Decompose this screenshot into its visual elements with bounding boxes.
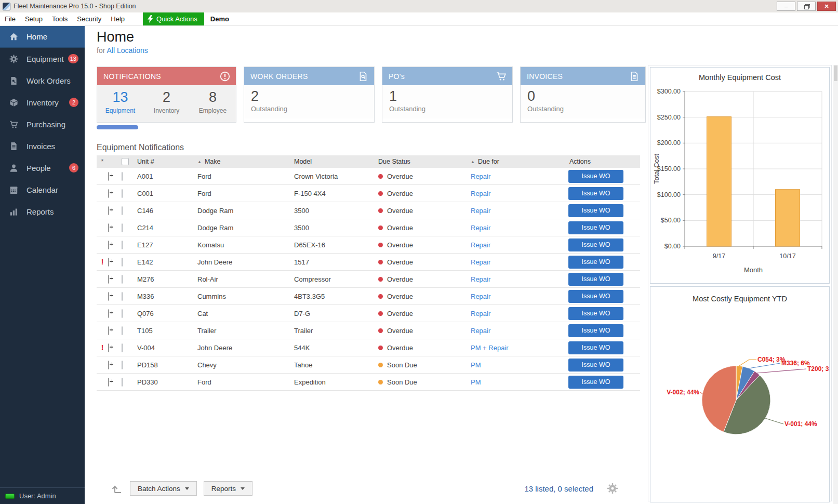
table-row[interactable]: C214Dodge Ram3500OverdueRepairIssue WO <box>97 219 640 236</box>
issue-wo-button[interactable]: Issue WO <box>568 341 623 354</box>
reports-button[interactable]: Reports <box>204 481 252 496</box>
menu-item-setup[interactable]: Setup <box>20 15 47 23</box>
issue-wo-button[interactable]: Issue WO <box>568 256 623 269</box>
menu-item-demo[interactable]: Demo <box>204 12 235 25</box>
notif-stat-employee[interactable]: 8Employee <box>190 85 236 122</box>
row-checkbox[interactable] <box>122 172 123 181</box>
issue-wo-button[interactable]: Issue WO <box>568 221 623 234</box>
sidebar-item-work-orders[interactable]: Work Orders <box>0 70 85 91</box>
due-for-link[interactable]: Repair <box>471 241 490 249</box>
notif-stat-equipment[interactable]: 13Equipment <box>97 85 143 122</box>
row-checkbox[interactable] <box>122 275 123 284</box>
table-row[interactable]: PD158ChevyTahoeSoon DuePMIssue WO <box>97 356 640 374</box>
due-for-link[interactable]: Repair <box>471 190 490 197</box>
menu-item-security[interactable]: Security <box>72 15 106 23</box>
issue-wo-button[interactable]: Issue WO <box>568 324 623 337</box>
due-for-link[interactable]: Repair <box>471 293 490 300</box>
column-header-model[interactable]: Model <box>294 158 378 165</box>
column-header-unit[interactable]: Unit # <box>137 158 197 165</box>
table-row[interactable]: Q076CatD7-GOverdueRepairIssue WO <box>97 305 640 322</box>
due-for-link[interactable]: PM + Repair <box>471 344 509 352</box>
sidebar-item-calendar[interactable]: Calendar <box>0 179 85 201</box>
row-checkbox[interactable] <box>122 223 123 232</box>
work-orders-card[interactable]: WORK ORDERS 2 Outstanding <box>244 67 375 123</box>
table-row[interactable]: PD330FordExpeditionSoon DuePMIssue WO <box>97 374 640 391</box>
due-for-link[interactable]: Repair <box>471 207 490 215</box>
table-row[interactable]: M336Cummins4BT3.3G5OverdueRepairIssue WO <box>97 288 640 305</box>
quick-actions-button[interactable]: Quick Actions <box>143 12 204 25</box>
expand-row-icon[interactable] <box>108 361 109 369</box>
expand-row-icon[interactable] <box>108 189 109 198</box>
minimize-button[interactable]: – <box>777 2 795 11</box>
sidebar-item-home[interactable]: Home <box>0 26 85 48</box>
table-row[interactable]: !E142John Deere1517OverdueRepairIssue WO <box>97 254 640 271</box>
row-checkbox[interactable] <box>122 258 123 267</box>
all-locations-link[interactable]: All Locations <box>107 46 148 55</box>
row-checkbox[interactable] <box>122 241 123 249</box>
issue-wo-button[interactable]: Issue WO <box>568 359 623 372</box>
column-header-due-status[interactable]: Due Status <box>378 158 471 165</box>
expand-row-icon[interactable] <box>108 172 109 181</box>
row-checkbox[interactable] <box>122 309 123 318</box>
row-checkbox[interactable] <box>122 292 123 301</box>
vertical-scrollbar[interactable] <box>833 65 838 504</box>
sidebar-item-inventory[interactable]: Inventory2 <box>0 91 85 113</box>
expand-row-icon[interactable] <box>108 343 109 352</box>
menu-item-file[interactable]: File <box>0 15 20 23</box>
issue-wo-button[interactable]: Issue WO <box>568 204 623 217</box>
issue-wo-button[interactable]: Issue WO <box>568 187 623 200</box>
sidebar-item-people[interactable]: People6 <box>0 157 85 179</box>
scrollbar-thumb[interactable] <box>834 65 837 81</box>
batch-actions-button[interactable]: Batch Actions <box>130 481 197 496</box>
row-checkbox[interactable] <box>122 189 123 198</box>
issue-wo-button[interactable]: Issue WO <box>568 273 623 286</box>
table-row[interactable]: C146Dodge Ram3500OverdueRepairIssue WO <box>97 202 640 219</box>
sidebar-item-equipment[interactable]: Equipment13 <box>0 48 85 70</box>
sidebar-item-purchasing[interactable]: Purchasing <box>0 113 85 135</box>
issue-wo-button[interactable]: Issue WO <box>568 238 623 251</box>
menu-item-tools[interactable]: Tools <box>47 15 72 23</box>
due-for-link[interactable]: Repair <box>471 275 490 283</box>
table-row[interactable]: A001FordCrown VictoriaOverdueRepairIssue… <box>97 168 640 185</box>
close-button[interactable]: ✕ <box>817 2 836 11</box>
due-for-link[interactable]: Repair <box>471 327 490 335</box>
table-row[interactable]: T105TrailerTrailerOverdueRepairIssue WO <box>97 322 640 339</box>
issue-wo-button[interactable]: Issue WO <box>568 290 623 303</box>
due-for-link[interactable]: Repair <box>471 258 490 266</box>
row-checkbox[interactable] <box>122 343 123 352</box>
column-header-make[interactable]: ▲Make <box>197 158 294 165</box>
expand-row-icon[interactable] <box>108 258 109 267</box>
settings-gear-icon[interactable] <box>607 483 618 494</box>
sidebar-item-invoices[interactable]: Invoices <box>0 135 85 157</box>
expand-row-icon[interactable] <box>108 292 109 301</box>
issue-wo-button[interactable]: Issue WO <box>568 376 623 389</box>
row-checkbox[interactable] <box>122 206 123 215</box>
expand-row-icon[interactable] <box>108 241 109 249</box>
due-for-link[interactable]: PM <box>471 361 481 369</box>
menu-item-help[interactable]: Help <box>106 15 129 23</box>
expand-row-icon[interactable] <box>108 206 109 215</box>
notif-stat-inventory[interactable]: 2Inventory <box>143 85 190 122</box>
table-row[interactable]: E127KomatsuD65EX-16OverdueRepairIssue WO <box>97 236 640 254</box>
due-for-link[interactable]: PM <box>471 378 481 386</box>
table-row[interactable]: !V-004John Deere544KOverduePM + RepairIs… <box>97 339 640 356</box>
table-row[interactable]: C001FordF-150 4X4OverdueRepairIssue WO <box>97 185 640 202</box>
notifications-card[interactable]: NOTIFICATIONS 13Equipment2Inventory8Empl… <box>97 67 236 123</box>
table-row[interactable]: M276Rol-AirCompressorOverdueRepairIssue … <box>97 271 640 288</box>
expand-row-icon[interactable] <box>108 378 109 387</box>
pos-card[interactable]: PO's 1 Outstanding <box>382 67 513 123</box>
due-for-link[interactable]: Repair <box>471 224 490 232</box>
row-checkbox[interactable] <box>122 326 123 335</box>
due-for-link[interactable]: Repair <box>471 173 490 180</box>
row-checkbox[interactable] <box>122 361 123 369</box>
issue-wo-button[interactable]: Issue WO <box>568 170 623 183</box>
expand-row-icon[interactable] <box>108 309 109 318</box>
expand-row-icon[interactable] <box>108 326 109 335</box>
row-checkbox[interactable] <box>122 378 123 387</box>
expand-row-icon[interactable] <box>108 275 109 284</box>
expand-row-icon[interactable] <box>108 223 109 232</box>
sidebar-item-reports[interactable]: Reports <box>0 201 85 222</box>
select-all-checkbox[interactable] <box>122 158 129 165</box>
column-header-due-for[interactable]: ▲Due for <box>471 158 564 165</box>
up-level-icon[interactable] <box>111 482 124 495</box>
